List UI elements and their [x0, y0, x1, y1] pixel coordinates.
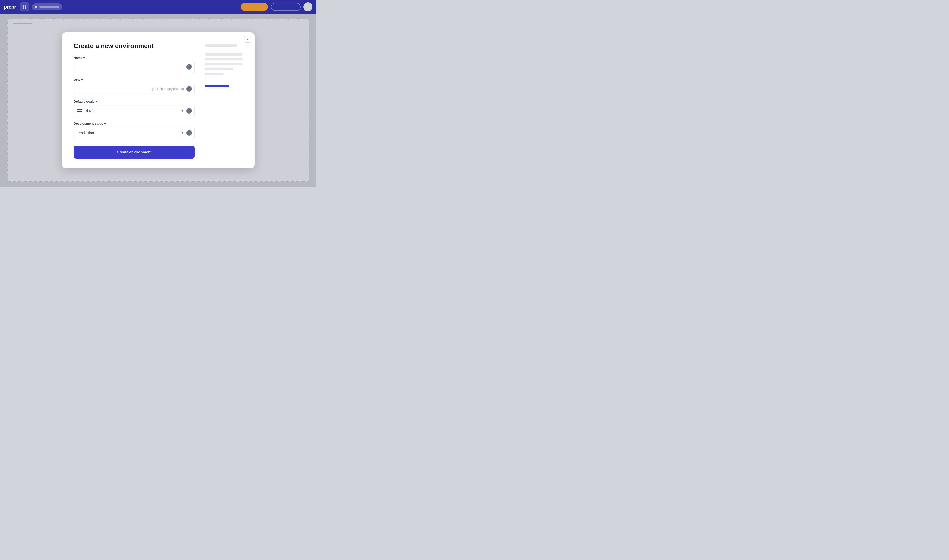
skeleton-accent-bar [205, 85, 229, 87]
close-icon: × [247, 37, 248, 41]
modal-title: Create a new environment [74, 42, 195, 50]
locale-select[interactable]: nl-NL [74, 105, 195, 117]
url-input-wrapper: -your-company.prepr.io i [74, 83, 195, 95]
locale-required-indicator [96, 101, 97, 102]
svg-rect-0 [23, 5, 24, 7]
name-info-icon[interactable]: i [186, 64, 192, 70]
topbar-outline-button[interactable] [271, 3, 301, 11]
name-required-indicator [83, 57, 85, 58]
name-input[interactable] [74, 61, 195, 73]
skeleton-line-2 [205, 58, 243, 60]
url-input[interactable] [74, 83, 195, 95]
name-field-group: Name i [74, 56, 195, 73]
nav-icon-btn[interactable] [20, 3, 29, 11]
modal-preview-section [205, 42, 243, 158]
url-label: URL [74, 78, 195, 82]
user-avatar[interactable] [304, 3, 312, 11]
skeleton-line-3 [205, 63, 243, 65]
topbar-orange-button[interactable] [241, 3, 268, 11]
locale-info-icon[interactable]: i [186, 108, 192, 114]
locale-select-wrapper: nl-NL ▼ i [74, 105, 195, 117]
page-background: × Create a new environment Name i [0, 14, 316, 187]
stage-select-wrapper: Production Development Staging ▼ i [74, 127, 195, 139]
svg-rect-1 [25, 5, 26, 7]
pill-dot [35, 6, 37, 8]
stage-field-group: Development stage Production Development… [74, 122, 195, 139]
create-environment-button[interactable]: Create environment [74, 146, 195, 158]
skeleton-line-1 [205, 53, 243, 55]
topbar-pill[interactable] [32, 3, 62, 10]
url-field-group: URL -your-company.prepr.io i [74, 78, 195, 95]
modal-form-section: Create a new environment Name i URL [74, 42, 195, 158]
create-environment-modal: × Create a new environment Name i [62, 32, 255, 168]
name-label: Name [74, 56, 195, 60]
modal-overlay: × Create a new environment Name i [0, 14, 316, 187]
grid-icon [23, 5, 26, 9]
skeleton-line-4 [205, 68, 233, 70]
stage-required-indicator [104, 123, 105, 124]
pill-line [39, 6, 59, 8]
skeleton-line-5 [205, 73, 224, 75]
stage-info-icon[interactable]: i [186, 130, 192, 135]
logo: prepr [4, 4, 16, 10]
stage-label: Development stage [74, 122, 195, 125]
url-info-icon[interactable]: i [186, 86, 192, 92]
svg-rect-3 [25, 7, 26, 9]
stage-select[interactable]: Production Development Staging [74, 127, 195, 139]
name-input-wrapper: i [74, 61, 195, 73]
skeleton-title [205, 44, 237, 47]
topbar: prepr [0, 0, 316, 14]
locale-label: Default locale [74, 100, 195, 103]
url-required-indicator [81, 79, 83, 80]
svg-rect-2 [23, 7, 24, 9]
modal-close-button[interactable]: × [244, 36, 251, 43]
locale-field-group: Default locale nl-NL [74, 100, 195, 117]
